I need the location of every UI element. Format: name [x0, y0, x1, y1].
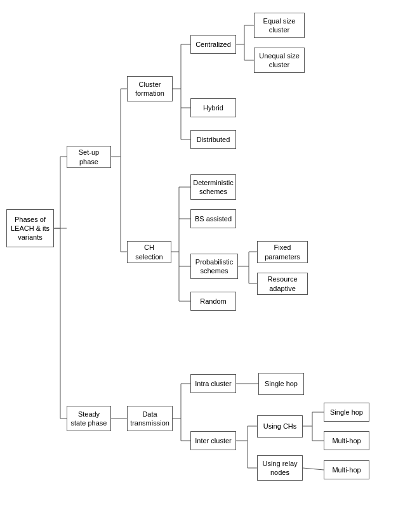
node-steady: Steady state phase: [67, 406, 111, 431]
node-using-chs: Using CHs: [257, 415, 303, 438]
node-probabilistic: Probabilistic schemes: [190, 254, 238, 279]
node-equal-size: Equal size cluster: [254, 13, 305, 38]
node-intra-cluster: Intra cluster: [190, 374, 236, 393]
node-multi-hop-chs: Multi-hop: [324, 431, 369, 450]
node-inter-cluster: Inter cluster: [190, 431, 236, 450]
node-single-hop-chs: Single hop: [324, 403, 369, 422]
node-unequal-size: Unequal size cluster: [254, 48, 305, 73]
node-centralized: Centralized: [190, 35, 236, 54]
node-deterministic: Deterministic schemes: [190, 174, 236, 200]
node-fixed-params: Fixed parameters: [257, 241, 308, 263]
node-random: Random: [190, 292, 236, 311]
diagram-container: Phases of LEACH & its variants Set-up ph…: [0, 0, 417, 532]
node-hybrid: Hybrid: [190, 98, 236, 117]
node-distributed: Distributed: [190, 130, 236, 149]
svg-line-42: [303, 468, 324, 470]
node-ch-selection: CH selection: [127, 241, 171, 263]
node-using-relay: Using relay nodes: [257, 455, 303, 481]
node-cluster-formation: Cluster formation: [127, 76, 173, 101]
node-single-hop-intra: Single hop: [258, 373, 304, 395]
node-resource-adaptive: Resource adaptive: [257, 273, 308, 295]
node-multi-hop-relay: Multi-hop: [324, 460, 369, 479]
node-bs-assisted: BS assisted: [190, 209, 236, 228]
node-setup: Set-up phase: [67, 146, 111, 168]
node-data-transmission: Data transmission: [127, 406, 173, 431]
node-root: Phases of LEACH & its variants: [6, 209, 54, 247]
